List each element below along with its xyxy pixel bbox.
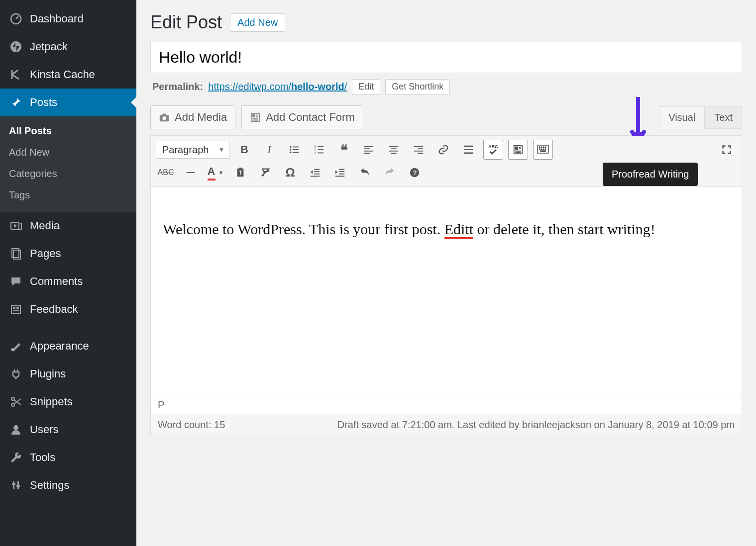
misspelled-word[interactable]: Editt — [444, 221, 473, 239]
get-shortlink-button[interactable]: Get Shortlink — [385, 79, 450, 94]
paste-text-button[interactable]: T — [230, 163, 250, 182]
sidebar-label: Users — [30, 423, 58, 436]
svg-rect-6 — [13, 307, 15, 309]
strikethrough-button[interactable]: ABC — [156, 163, 176, 182]
indent-button[interactable] — [330, 163, 350, 182]
italic-button[interactable]: I — [259, 140, 279, 160]
sidebar-label: Comments — [30, 275, 83, 288]
svg-rect-42 — [464, 146, 473, 147]
sidebar-item-comments[interactable]: Comments — [0, 268, 136, 295]
svg-point-56 — [545, 149, 546, 150]
sidebar-item-tools[interactable]: Tools — [0, 444, 136, 471]
align-right-button[interactable] — [409, 140, 429, 160]
svg-rect-30 — [364, 146, 373, 147]
save-status: Draft saved at 7:21:00 am. Last edited b… — [337, 419, 735, 431]
svg-rect-69 — [335, 176, 344, 177]
svg-rect-62 — [314, 169, 320, 170]
svg-rect-58 — [187, 172, 195, 173]
add-media-button[interactable]: Add Media — [150, 105, 235, 129]
svg-rect-64 — [314, 174, 320, 175]
svg-rect-34 — [389, 146, 398, 147]
sidebar-item-pages[interactable]: Pages — [0, 240, 136, 268]
special-char-button[interactable]: Ω — [280, 163, 300, 182]
toolbar-toggle-button[interactable] — [508, 140, 528, 160]
redo-button[interactable] — [380, 163, 400, 182]
sidebar-item-settings[interactable]: Settings — [0, 471, 136, 499]
svg-rect-15 — [162, 114, 166, 116]
sidebar-sub-all-posts[interactable]: All Posts — [0, 120, 136, 142]
text-color-button[interactable]: A▼ — [206, 163, 225, 182]
sidebar-item-dashboard[interactable]: Dashboard — [0, 5, 136, 33]
svg-rect-28 — [318, 149, 324, 150]
sidebar-item-users[interactable]: Users — [0, 416, 136, 444]
svg-point-20 — [290, 152, 292, 154]
comments-icon — [9, 274, 23, 288]
camera-icon — [159, 112, 170, 123]
svg-text:?: ? — [413, 169, 417, 177]
sidebar-label: Plugins — [30, 367, 66, 380]
undo-button[interactable] — [355, 163, 375, 182]
svg-rect-65 — [311, 176, 320, 177]
sidebar-item-plugins[interactable]: Plugins — [0, 360, 136, 388]
svg-rect-32 — [364, 151, 373, 152]
editor-footer: Word count: 15 Draft saved at 7:21:00 am… — [151, 414, 742, 436]
word-count: Word count: 15 — [158, 419, 225, 431]
sidebar-item-appearance[interactable]: Appearance — [0, 332, 136, 360]
help-button[interactable]: ? — [405, 163, 425, 182]
permalink-label: Permalink: — [152, 81, 203, 92]
plugins-icon — [9, 367, 23, 381]
sidebar-item-snippets[interactable]: Snippets — [0, 388, 136, 416]
users-icon — [9, 423, 23, 437]
format-select[interactable]: Paragraph — [156, 141, 229, 159]
tab-text[interactable]: Text — [705, 106, 742, 129]
readmore-button[interactable] — [458, 140, 478, 160]
add-contact-form-button[interactable]: Add Contact Form — [241, 105, 363, 129]
bullet-list-button[interactable] — [284, 140, 304, 160]
svg-point-54 — [541, 149, 542, 150]
align-left-button[interactable] — [359, 140, 379, 160]
svg-rect-40 — [414, 151, 423, 152]
snippets-icon — [9, 395, 23, 409]
svg-rect-22 — [293, 149, 299, 150]
edit-permalink-button[interactable]: Edit — [352, 79, 380, 94]
sidebar-item-posts[interactable]: Posts — [0, 89, 136, 116]
blockquote-button[interactable]: ❝ — [334, 140, 354, 160]
align-center-button[interactable] — [384, 140, 404, 160]
fullscreen-button[interactable] — [717, 140, 737, 160]
add-new-button[interactable]: Add New — [230, 13, 285, 32]
svg-text:ABC: ABC — [488, 144, 498, 149]
tools-icon — [9, 451, 23, 464]
tab-visual[interactable]: Visual — [659, 106, 705, 129]
outdent-button[interactable] — [305, 163, 325, 182]
proofread-button[interactable]: ABC — [483, 140, 503, 160]
permalink-link[interactable]: https://editwp.com/hello-world/ — [208, 81, 347, 92]
editor-content[interactable]: Welcome to WordPress. This is your first… — [151, 187, 742, 396]
link-button[interactable] — [433, 140, 453, 160]
svg-rect-60 — [239, 168, 242, 170]
sidebar-item-jetpack[interactable]: Jetpack — [0, 33, 136, 61]
settings-icon — [9, 478, 23, 492]
keyboard-button[interactable] — [533, 140, 553, 160]
numbered-list-button[interactable]: 123 — [309, 140, 329, 160]
sidebar-sub-tags[interactable]: Tags — [0, 184, 136, 206]
proofread-tooltip: Proofread Writing — [603, 163, 698, 186]
sidebar-item-kinsta[interactable]: Kinsta Cache — [0, 61, 136, 89]
hr-button[interactable] — [181, 163, 201, 182]
post-title-input[interactable] — [150, 42, 742, 73]
main-content: Edit Post Add New Permalink: https://edi… — [136, 0, 756, 546]
svg-point-50 — [541, 147, 542, 148]
svg-point-55 — [543, 149, 544, 150]
sidebar-sub-add-new[interactable]: Add New — [0, 142, 136, 163]
sidebar-label: Dashboard — [30, 12, 84, 25]
bold-button[interactable]: B — [234, 140, 254, 160]
svg-rect-66 — [339, 169, 344, 170]
sidebar-item-feedback[interactable]: Feedback — [0, 295, 136, 323]
svg-rect-37 — [391, 153, 397, 154]
clear-formatting-button[interactable] — [255, 163, 275, 182]
svg-rect-33 — [364, 153, 370, 154]
editor-toolbar: Paragraph B I 123 ❝ ABC ABC A▼ T — [151, 136, 742, 187]
sidebar-item-media[interactable]: Media — [0, 212, 136, 240]
pin-icon — [9, 95, 23, 109]
sidebar-sub-categories[interactable]: Categories — [0, 163, 136, 184]
feedback-icon — [9, 302, 23, 316]
